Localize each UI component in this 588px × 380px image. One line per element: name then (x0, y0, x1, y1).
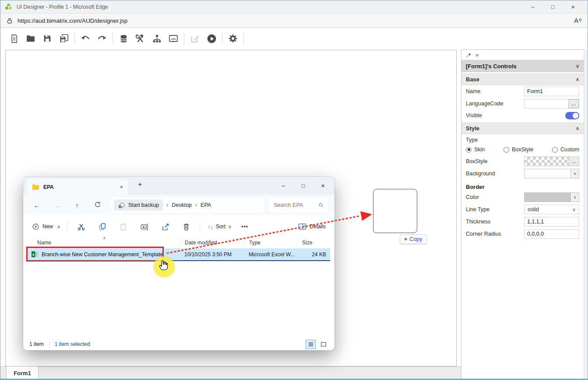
undo-icon[interactable] (77, 30, 94, 47)
section-style-header[interactable]: Style ∧ (461, 122, 584, 134)
settings-gear-icon[interactable] (225, 30, 241, 47)
toolbar-separator (74, 33, 75, 44)
url-bar[interactable]: https://aud.bimatrix.com/AUD/designer.js… (0, 14, 588, 28)
column-date-modified[interactable]: Date modified (180, 239, 244, 247)
explorer-window-controls: – □ × (274, 177, 333, 195)
more-options-icon[interactable]: ••• (236, 223, 254, 230)
maximize-icon[interactable]: □ (543, 0, 563, 13)
window-title: UI Designer - Profile 1 - Microsoft Edge (17, 4, 108, 10)
tools-icon[interactable] (132, 30, 148, 47)
background-swatch[interactable] (524, 169, 571, 178)
panel-scrollbar-track[interactable] (584, 49, 588, 380)
refresh-icon[interactable] (91, 201, 104, 209)
new-tab-icon[interactable]: + (138, 181, 142, 188)
background-dropdown-icon[interactable]: ∨ (570, 169, 579, 178)
name-label: Name (466, 88, 524, 94)
search-box[interactable] (270, 198, 327, 213)
breadcrumb-desktop[interactable]: Desktop (172, 202, 192, 208)
details-button[interactable]: Details (298, 223, 329, 230)
app-favicon (5, 3, 12, 10)
column-type[interactable]: Type (244, 239, 297, 247)
plus-icon: + (404, 236, 407, 242)
languagecode-browse-button[interactable]: … (568, 99, 579, 108)
border-color-dropdown-icon[interactable]: ∨ (570, 192, 579, 202)
toolbar-separator (243, 33, 244, 44)
radio-selected-icon (466, 147, 472, 153)
sitemap-icon[interactable] (148, 30, 165, 47)
forward-icon[interactable]: → (50, 202, 63, 209)
share-icon[interactable] (155, 223, 176, 231)
edit-icon[interactable] (187, 30, 203, 47)
type-radio-row: Skin BoxStyle Custom (461, 144, 584, 155)
details-pane-icon (298, 223, 306, 230)
pin-icon[interactable] (466, 52, 472, 58)
drop-target-control[interactable] (373, 189, 417, 233)
code-icon[interactable]: </> (165, 30, 182, 47)
column-size[interactable]: Size (297, 239, 330, 247)
copy-icon[interactable] (92, 223, 113, 231)
sort-button[interactable]: ↑↓ Sort ∨ (203, 223, 236, 230)
tab-close-icon[interactable]: × (120, 184, 123, 190)
linetype-select[interactable]: solid ∨ (524, 205, 579, 214)
back-icon[interactable]: ← (30, 202, 43, 209)
name-field[interactable] (524, 87, 579, 96)
rename-icon[interactable]: A (134, 223, 155, 231)
maximize-icon[interactable]: □ (293, 177, 313, 195)
command-separator (200, 222, 200, 231)
breadcrumb-epa[interactable]: EPA (201, 202, 211, 208)
open-folder-icon[interactable] (22, 30, 39, 47)
window-controls: – □ × (523, 0, 583, 13)
minimize-icon[interactable]: – (274, 177, 293, 195)
chevron-up-icon[interactable]: ∧ (576, 77, 579, 82)
collapse-panel-icon[interactable]: » (475, 52, 479, 58)
read-aloud-waves-icon (579, 17, 582, 23)
boxstyle-swatch[interactable] (524, 157, 569, 166)
details-view-icon[interactable] (306, 340, 316, 349)
cut-icon[interactable] (70, 223, 92, 231)
edge-titlebar: UI Designer - Profile 1 - Microsoft Edge… (0, 0, 588, 14)
panel-title-bar[interactable]: [Form1]'s Controls ∨ (461, 60, 584, 72)
hand-cursor-icon (158, 259, 170, 273)
new-file-icon[interactable] (6, 30, 22, 47)
delete-icon[interactable] (176, 223, 197, 231)
file-highlight-rectangle (26, 247, 164, 261)
file-size: 24 KB (297, 251, 330, 258)
minimize-icon[interactable]: – (523, 0, 543, 13)
database-icon[interactable] (115, 30, 132, 47)
radio-boxstyle[interactable]: BoxStyle (503, 146, 533, 153)
corner-radius-field[interactable] (524, 229, 579, 239)
thumbnail-view-icon[interactable] (318, 340, 328, 349)
boxstyle-label: BoxStyle (466, 158, 524, 164)
run-icon[interactable] (203, 30, 220, 47)
chevron-right-icon: › (166, 202, 168, 208)
new-button[interactable]: New ∨ (28, 220, 64, 233)
chevron-up-icon[interactable]: ∧ (576, 126, 579, 131)
up-icon[interactable]: ↑ (70, 202, 84, 209)
redo-icon[interactable] (94, 30, 110, 47)
save-icon[interactable] (39, 30, 56, 47)
tab-form1[interactable]: Form1 (6, 366, 39, 380)
section-base-header[interactable]: Base ∧ (461, 73, 584, 85)
start-backup-chip[interactable]: Start backup (114, 199, 163, 211)
search-input[interactable] (274, 202, 318, 208)
column-name[interactable]: ∧ Name (28, 240, 180, 246)
thickness-field[interactable] (524, 217, 579, 227)
save-as-icon[interactable] (56, 30, 72, 47)
prop-row-visible: Visible (461, 110, 584, 121)
explorer-tab-epa[interactable]: EPA × (27, 179, 128, 195)
boxstyle-browse-button[interactable]: … (569, 157, 579, 166)
chevron-down-icon: ∨ (228, 224, 232, 230)
visible-toggle[interactable] (565, 112, 579, 119)
sort-arrows-icon: ↑↓ (208, 223, 213, 230)
url-text[interactable]: https://aud.bimatrix.com/AUD/designer.js… (18, 17, 127, 24)
close-icon[interactable]: × (563, 0, 583, 13)
radio-skin[interactable]: Skin (466, 146, 485, 153)
chevron-down-icon[interactable]: ∨ (576, 63, 579, 69)
cloud-backup-icon (118, 202, 125, 209)
border-color-swatch[interactable] (524, 192, 571, 202)
radio-custom[interactable]: Custom (552, 146, 579, 153)
paste-icon[interactable] (113, 223, 134, 231)
close-icon[interactable]: × (313, 177, 333, 195)
read-aloud-icon[interactable]: A (574, 17, 582, 24)
breadcrumb[interactable]: Start backup › Desktop › EPA (111, 198, 264, 213)
